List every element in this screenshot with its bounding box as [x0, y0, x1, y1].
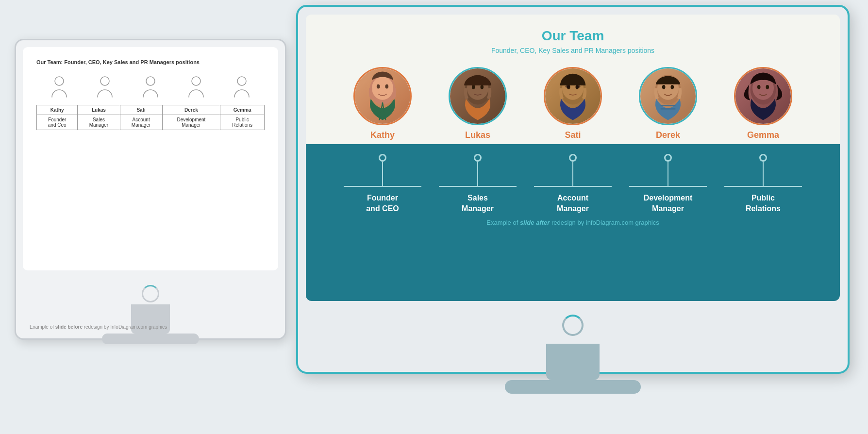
svg-point-3	[192, 77, 200, 85]
team-member-kathy: Kathy	[353, 67, 412, 140]
team-member-sati: Sati	[544, 67, 602, 140]
tl-hrule-gemma	[724, 186, 802, 187]
svg-point-1	[100, 77, 109, 85]
front-footer-bold: slide after	[520, 219, 550, 226]
member-name-lukas: Lukas	[465, 130, 490, 140]
avatar-sati	[544, 67, 602, 125]
team-member-derek: Derek	[639, 67, 697, 140]
svg-point-6	[372, 76, 393, 100]
tl-dot-kathy	[379, 154, 386, 162]
tl-role-gemma: PublicRelations	[746, 193, 781, 214]
lower-section: Founderand CEO SalesManager Ac	[306, 144, 840, 301]
svg-point-28	[766, 85, 769, 89]
avatar-face-kathy	[355, 68, 410, 124]
tl-hrule-lukas	[439, 186, 517, 187]
tl-role-kathy: Founderand CEO	[366, 193, 399, 214]
tl-hrule-sati	[534, 186, 612, 187]
timeline-row: Founderand CEO SalesManager Ac	[335, 149, 811, 214]
team-member-gemma: Gemma	[734, 67, 792, 140]
avatar-kathy	[353, 67, 412, 125]
back-persons-row	[36, 76, 265, 98]
tl-line-gemma	[763, 162, 764, 186]
member-name-gemma: Gemma	[747, 130, 779, 140]
front-stand-neck	[546, 344, 600, 380]
back-name-sati: Sati	[120, 105, 162, 115]
back-name-lukas: Lukas	[78, 105, 120, 115]
front-screen: Our Team Founder, CEO, Key Sales and PR …	[306, 15, 840, 301]
svg-point-2	[146, 77, 155, 85]
avatar-face-derek	[640, 68, 696, 124]
back-role-lukas: SalesManager	[78, 115, 120, 130]
front-stand	[298, 344, 848, 394]
back-title: Our Team: Founder, CEO, Key Sales and PR…	[36, 59, 265, 66]
svg-point-12	[481, 85, 484, 89]
member-name-derek: Derek	[656, 130, 680, 140]
avatar-gemma	[734, 67, 792, 125]
tl-line-lukas	[477, 162, 478, 186]
team-member-lukas: Lukas	[449, 67, 507, 140]
back-role-sati: AccountManager	[120, 115, 162, 130]
member-name-sati: Sati	[565, 130, 581, 140]
svg-point-27	[757, 85, 761, 89]
tl-dot-sati	[569, 154, 577, 162]
front-title: Our Team	[316, 28, 830, 44]
back-role-gemma: PublicRelations	[220, 115, 265, 130]
tl-hrule-kathy	[344, 186, 421, 187]
back-screen: Our Team: Founder, CEO, Key Sales and PR…	[23, 47, 278, 270]
tl-role-sati: AccountManager	[557, 193, 589, 214]
svg-point-8	[385, 84, 389, 89]
tl-line-derek	[668, 162, 668, 186]
svg-point-22	[671, 85, 674, 89]
back-team-table: Kathy Lukas Sati Derek Gemma Founderand …	[36, 105, 265, 130]
back-person-sati	[141, 76, 160, 98]
front-footer: Example of slide after redesign by infoD…	[335, 214, 811, 232]
team-members-row: Kathy	[306, 62, 840, 144]
svg-point-4	[237, 77, 246, 85]
front-stand-base	[505, 380, 641, 394]
tl-role-derek: DevelopmentManager	[644, 193, 692, 214]
front-header: Our Team Founder, CEO, Key Sales and PR …	[306, 15, 840, 62]
tl-hrule-derek	[629, 186, 707, 187]
timeline-item-sati: AccountManager	[534, 154, 612, 214]
back-monitor: Our Team: Founder, CEO, Key Sales and PR…	[15, 39, 286, 340]
tl-role-lukas: SalesManager	[462, 193, 494, 214]
front-loader-circle	[562, 315, 584, 336]
avatar-face-lukas	[450, 68, 505, 124]
tl-dot-derek	[664, 154, 672, 162]
back-person-derek	[187, 76, 205, 98]
timeline-item-gemma: PublicRelations	[724, 154, 802, 214]
avatar-derek	[639, 67, 697, 125]
front-monitor: Our Team Founder, CEO, Key Sales and PR …	[296, 5, 850, 374]
scene: Our Team: Founder, CEO, Key Sales and PR…	[0, 0, 868, 434]
back-stand-base	[102, 334, 199, 344]
back-name-kathy: Kathy	[37, 105, 78, 115]
back-person-lukas	[96, 76, 114, 98]
tl-line-sati	[572, 162, 573, 186]
svg-rect-17	[566, 85, 570, 87]
tl-dot-lukas	[474, 154, 482, 162]
member-name-kathy: Kathy	[370, 130, 395, 140]
avatar-lukas	[449, 67, 507, 125]
back-role-kathy: Founderand Ceo	[37, 115, 78, 130]
svg-point-7	[377, 84, 380, 89]
back-role-derek: DevelopmentManager	[162, 115, 220, 130]
back-name-derek: Derek	[162, 105, 220, 115]
timeline-item-kathy: Founderand CEO	[344, 154, 421, 214]
svg-point-0	[55, 77, 64, 85]
front-loader-area	[298, 309, 848, 344]
timeline-item-lukas: SalesManager	[439, 154, 517, 214]
tl-line-kathy	[382, 162, 383, 186]
back-name-gemma: Gemma	[220, 105, 265, 115]
back-loader-circle	[142, 285, 159, 302]
avatar-face-gemma	[735, 68, 791, 124]
svg-point-11	[472, 85, 475, 89]
avatar-face-sati	[545, 68, 601, 124]
tl-dot-gemma	[759, 154, 767, 162]
back-person-kathy	[50, 76, 68, 98]
back-person-gemma	[233, 76, 251, 98]
svg-point-21	[662, 85, 666, 89]
timeline-item-derek: DevelopmentManager	[629, 154, 707, 214]
svg-rect-18	[576, 85, 581, 87]
back-loader	[16, 285, 285, 304]
front-subtitle: Founder, CEO, Key Sales and PR Managers …	[316, 47, 830, 54]
